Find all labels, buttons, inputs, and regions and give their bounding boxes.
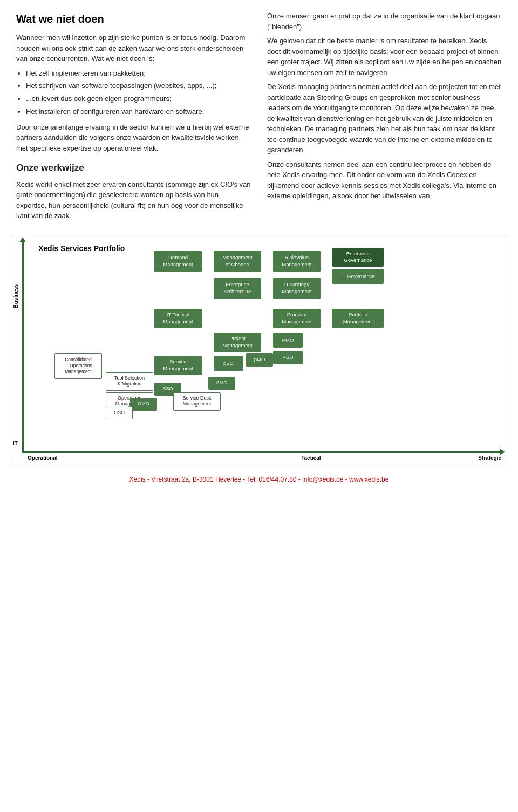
box-enterprise-governance: EnterpriseGovernance <box>332 248 384 267</box>
box-risk-value-management: Risk/ValueManagement <box>273 251 321 272</box>
box-program-management: ProgramManagement <box>273 309 321 328</box>
list-item: Het installeren of configureren van hard… <box>26 106 251 118</box>
box-service-desk: Service DeskManagement <box>173 392 221 411</box>
portfolio-section: Business IT Xedis Services Portfolio Dem… <box>11 235 507 464</box>
list-items: Het zelf implementeren van pakketten; He… <box>26 68 251 118</box>
right-p1: Onze mensen gaan er prat op dat ze in de… <box>267 11 502 32</box>
list-item: Het zelf implementeren van pakketten; <box>26 68 251 79</box>
footer-text: Xedis - Vlietstraat 2a, B-3001 Heverlee … <box>130 476 389 483</box>
box-it-tactical-management: IT TacticalManagement <box>154 309 202 328</box>
box-project-management: ProjectManagement <box>214 333 261 352</box>
axis-operational: Operational <box>28 455 58 461</box>
right-column: Onze mensen gaan er prat op dat ze in de… <box>267 11 502 225</box>
right-p4: Onze consultants nemen deel aan een cont… <box>267 159 502 201</box>
axis-x-labels: Operational Tactical Strategic <box>28 455 501 461</box>
y-axis-arrow <box>22 241 24 453</box>
box-service-management: ServiceManagement <box>154 356 202 375</box>
footer: Xedis - Vlietstraat 2a, B-3001 Heverlee … <box>0 470 518 488</box>
box-enterprise-architecture: EnterpriseArchitecture <box>214 278 261 299</box>
axis-it-label: IT <box>13 441 18 446</box>
box-management-of-change: Managementof Change <box>214 251 261 272</box>
box-pmo2: pMO <box>246 353 273 367</box>
box-tool-selection: Tool Selection& Migration <box>106 372 153 391</box>
main-title: Wat we niet doen <box>16 11 251 27</box>
box-it-governance: IT Governance <box>332 269 384 284</box>
box-pmo: PMO <box>273 333 303 348</box>
right-p2: We geloven dat dit de beste manier is om… <box>267 36 502 78</box>
left-column: Wat we niet doen Wanneer men wil inzette… <box>16 11 251 225</box>
box-it-strategy-management: IT StrategyManagement <box>273 278 321 299</box>
paragraph3: Xedis werkt enkel met zeer ervaren consu… <box>16 179 251 221</box>
subtitle2: Onze werkwijze <box>16 161 251 175</box>
axis-strategic: Strategic <box>478 455 501 461</box>
axis-tactical: Tactical <box>301 455 321 461</box>
intro-paragraph: Wanneer men wil inzetten op zijn sterke … <box>16 32 251 64</box>
list-item: Het schrijven van software toepassingen … <box>26 80 251 92</box>
x-axis-arrow <box>22 451 501 453</box>
box-oso: OSO <box>106 407 133 419</box>
box-portfolio-management: PortfolioManagement <box>332 309 384 328</box>
diagram-area: DemandManagement Managementof Change Ris… <box>30 245 501 429</box>
axis-business-label: Business <box>13 284 19 308</box>
list-item: ...en levert dus ook geen eigen programm… <box>26 93 251 105</box>
box-pso: PSO <box>273 351 303 364</box>
box-consolidated-it: ConsolidatedIT OperationsManagement <box>54 353 102 379</box>
box-pso2: pSO <box>214 356 243 371</box>
box-smo: SMO <box>208 377 235 390</box>
paragraph2: Door onze jarenlange ervaring in de sect… <box>16 122 251 154</box>
right-p3: De Xedis managing partners nemen actief … <box>267 82 502 155</box>
box-omo: OMO <box>130 398 157 411</box>
box-demand-management: DemandManagement <box>154 251 202 272</box>
